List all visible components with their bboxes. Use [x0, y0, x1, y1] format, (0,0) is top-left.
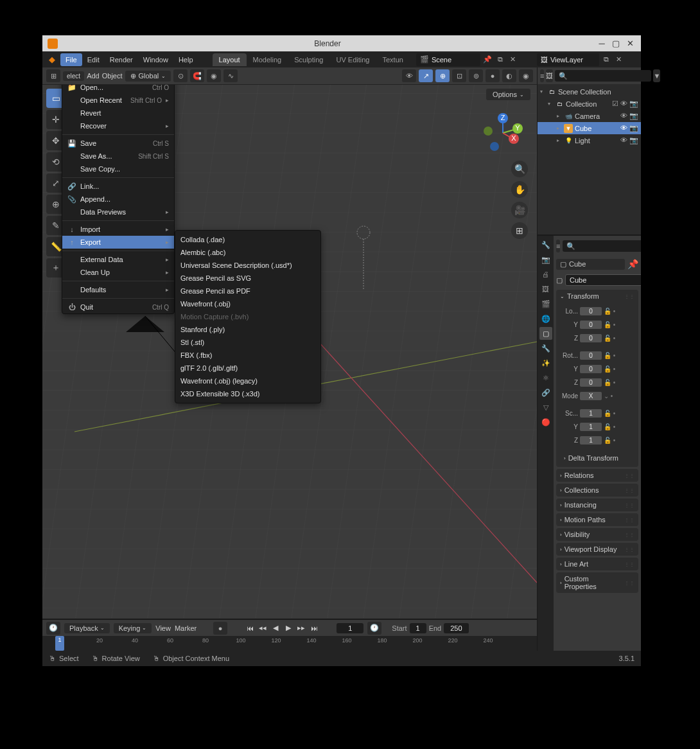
outliner-item-light[interactable]: ▸💡Light👁📷	[538, 134, 641, 146]
rotation-mode[interactable]: X	[580, 392, 602, 400]
camera-view-icon[interactable]: 🎥	[511, 202, 528, 218]
timeline-editor-icon[interactable]: 🕐	[46, 622, 60, 635]
prev-keyframe-icon[interactable]: ◂◂	[257, 622, 268, 634]
maximize-button[interactable]: ▢	[610, 38, 622, 49]
export-gltf-2-0-glb-gltf-[interactable]: glTF 2.0 (.glb/.gltf)	[175, 362, 320, 374]
tab-modifiers[interactable]: 🔧	[539, 342, 552, 355]
tab-textun[interactable]: Textun	[376, 53, 409, 66]
end-frame[interactable]: 250	[444, 623, 468, 633]
tab-world[interactable]: 🌐	[539, 312, 552, 325]
collection-row[interactable]: ▾ 🗀 Collection ☑👁📷	[538, 98, 641, 110]
timeline-track[interactable]: 1 20406080100120140160180200220240	[42, 636, 537, 651]
tab-physics[interactable]: ⚛	[539, 371, 552, 384]
file-menu-export[interactable]: ↑Export▸	[62, 236, 174, 249]
file-menu-save[interactable]: 💾SaveCtrl S	[62, 137, 174, 150]
disclosure-icon[interactable]: ▾	[548, 101, 553, 107]
minimize-button[interactable]: ─	[596, 38, 608, 49]
export-x3d-extensible-3d-x3d-[interactable]: X3D Extensible 3D (.x3d)	[175, 387, 320, 400]
play-reverse-icon[interactable]: ◀	[270, 622, 281, 634]
eye-icon[interactable]: 👁	[620, 100, 627, 108]
file-menu-save-copy-[interactable]: Save Copy...	[62, 163, 174, 175]
disclosure-icon[interactable]: ▾	[540, 89, 545, 94]
file-menu-import[interactable]: ↓Import▸	[62, 223, 174, 236]
camera-icon[interactable]: 📷	[629, 100, 638, 108]
panel-collections[interactable]: ›Collections⋮⋮	[556, 484, 638, 497]
tab-output[interactable]: 🖨	[539, 268, 552, 281]
outliner-item-cube[interactable]: ▸▼Cube👁📷	[538, 122, 641, 134]
shading-material-icon[interactable]: ◐	[502, 69, 516, 82]
scale-y[interactable]: 1	[580, 423, 602, 431]
curve-icon[interactable]: ∿	[223, 69, 238, 82]
checkbox-icon[interactable]: ☑	[612, 100, 618, 108]
start-frame[interactable]: 1	[410, 623, 426, 633]
scale-z[interactable]: 1	[580, 436, 602, 445]
orientation-dropdown[interactable]: ⊕ Global ⌄	[125, 71, 171, 82]
location-y[interactable]: 0	[580, 321, 602, 329]
tab-data[interactable]: ▽	[539, 401, 552, 414]
add-menu[interactable]: Add	[87, 72, 100, 80]
outliner-search[interactable]	[555, 70, 651, 82]
tab-object[interactable]: ▢	[539, 327, 552, 340]
marker-menu[interactable]: Marker	[175, 624, 197, 632]
file-menu-recover[interactable]: Recover▸	[62, 119, 174, 132]
playhead[interactable]: 1	[55, 636, 64, 651]
delta-transform-header[interactable]: ›Delta Transform	[560, 452, 634, 464]
tab-material[interactable]: 🔴	[539, 416, 552, 428]
close-button[interactable]: ✕	[624, 38, 636, 49]
rotation-x[interactable]: 0	[580, 351, 602, 360]
scene-collection-row[interactable]: ▾ 🗀 Scene Collection	[538, 85, 641, 98]
tab-sculpting[interactable]: Sculpting	[288, 53, 329, 66]
panel-relations[interactable]: ›Relations⋮⋮	[556, 469, 638, 482]
jump-start-icon[interactable]: ⏮	[244, 622, 256, 634]
pivot-icon[interactable]: ⊙	[173, 69, 188, 82]
rotation-z[interactable]: 0	[580, 378, 602, 387]
playback-menu[interactable]: Playback⌄	[64, 623, 110, 633]
panel-header-transform[interactable]: ⌄Transform ⋮⋮	[556, 290, 638, 303]
panel-motion-paths[interactable]: ›Motion Paths⋮⋮	[556, 513, 638, 526]
blender-icon[interactable]: ◆	[45, 53, 59, 66]
export-universal-scene-description-usd-[interactable]: Universal Scene Description (.usd*)	[175, 259, 320, 272]
export-alembic-abc-[interactable]: Alembic (.abc)	[175, 246, 320, 259]
menu-edit[interactable]: Edit	[82, 53, 105, 66]
scene-selector[interactable]: 🎬	[416, 53, 480, 66]
navigation-gizmo[interactable]: Z Y X	[480, 110, 525, 155]
panel-visibility[interactable]: ›Visibility⋮⋮	[556, 528, 638, 541]
tab-scene[interactable]: 🎬	[539, 297, 552, 310]
menu-help[interactable]: Help	[173, 53, 198, 66]
panel-instancing[interactable]: ›Instancing⋮⋮	[556, 498, 638, 511]
current-frame[interactable]: 1	[337, 623, 363, 633]
data-path[interactable]: ▢ Cube	[556, 259, 625, 270]
filter-icon[interactable]: ▼	[653, 69, 660, 82]
copy-icon[interactable]: ⧉	[494, 54, 506, 66]
visibility-icon[interactable]: 👁	[402, 69, 416, 82]
viewlayer-copy-icon[interactable]: ⧉	[600, 54, 612, 66]
delete-icon[interactable]: ✕	[507, 54, 519, 66]
overlay-toggle-icon[interactable]: ⊕	[435, 69, 450, 82]
pan-icon[interactable]: ✋	[511, 181, 528, 198]
tab-constraints[interactable]: 🔗	[539, 386, 552, 399]
xray-icon[interactable]: ⊡	[452, 69, 466, 82]
properties-search[interactable]	[563, 240, 641, 252]
export-stanford-ply-[interactable]: Stanford (.ply)	[175, 323, 320, 336]
play-icon[interactable]: ▶	[283, 622, 294, 634]
outliner-item-camera[interactable]: ▸📹Camera👁📷	[538, 110, 641, 122]
view-menu[interactable]: View	[155, 624, 171, 632]
shading-wire-icon[interactable]: ⊚	[469, 69, 483, 82]
preview-range-icon[interactable]: 🕐	[367, 622, 381, 635]
tab-tool[interactable]: 🔧	[539, 238, 552, 251]
rotation-y[interactable]: 0	[580, 365, 602, 373]
file-menu-open-[interactable]: 📁Open...Ctrl O	[62, 85, 174, 94]
options-dropdown[interactable]: Options ⌄	[486, 89, 530, 100]
gizmo-toggle-icon[interactable]: ↗	[419, 69, 433, 82]
location-z[interactable]: 0	[580, 334, 602, 342]
scale-x[interactable]: 1	[580, 409, 602, 418]
mode-label[interactable]: elect	[63, 71, 84, 81]
export-fbx-fbx-[interactable]: FBX (.fbx)	[175, 349, 320, 362]
file-menu-clean-up[interactable]: Clean Up▸	[62, 266, 174, 279]
file-menu-external-data[interactable]: External Data▸	[62, 253, 174, 266]
tab-viewlayer[interactable]: 🖼	[539, 283, 552, 295]
properties-editor-icon[interactable]: ≡	[556, 240, 560, 252]
menu-render[interactable]: Render	[105, 53, 138, 66]
outliner-editor-icon[interactable]: ≡	[540, 69, 544, 82]
export-collada-dae-[interactable]: Collada (.dae)	[175, 233, 320, 246]
